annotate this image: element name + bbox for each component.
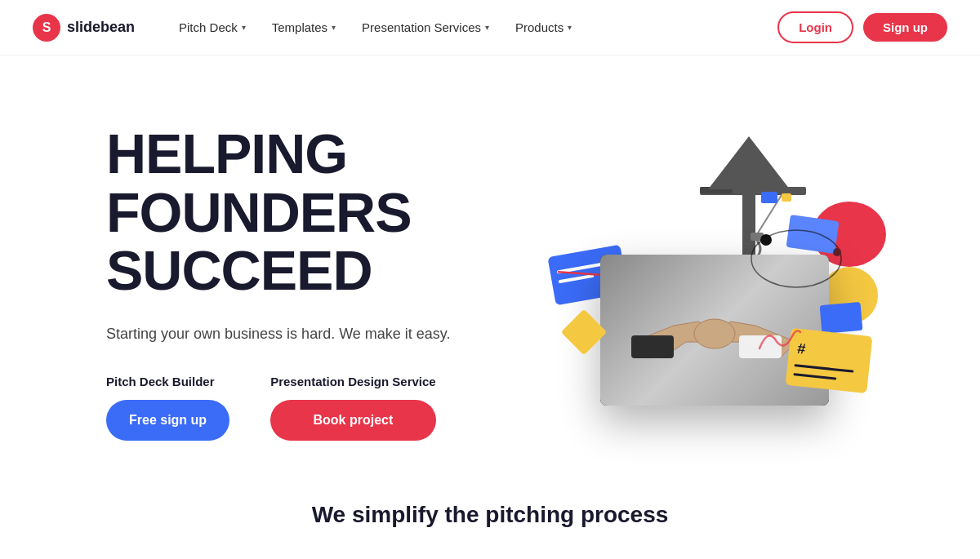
logo-icon: S <box>33 14 60 42</box>
svg-point-19 <box>751 230 841 287</box>
nav-item-templates[interactable]: Templates ▾ <box>261 14 347 41</box>
navigation: S slidebean Pitch Deck ▾ Templates ▾ Pre… <box>0 0 980 55</box>
hero-left: HELPING FOUNDERS SUCCEED Starting your o… <box>106 125 531 440</box>
squiggle-decoration <box>755 324 804 357</box>
hero-ctas: Pitch Deck Builder Free sign up Presenta… <box>106 375 531 441</box>
cta-left-label: Pitch Deck Builder <box>106 375 229 388</box>
svg-rect-8 <box>782 193 791 202</box>
cta-block-right: Presentation Design Service Book project <box>270 375 436 441</box>
chevron-down-icon: ▾ <box>332 23 336 32</box>
book-project-button[interactable]: Book project <box>270 400 436 441</box>
svg-marker-3 <box>708 136 790 189</box>
illustration-container: ♥ <box>543 136 886 430</box>
logo-text: slidebean <box>67 19 135 36</box>
svg-rect-7 <box>761 192 777 203</box>
logo[interactable]: S slidebean <box>33 14 135 42</box>
signup-button[interactable]: Sign up <box>863 13 947 42</box>
chevron-down-icon: ▾ <box>568 23 572 32</box>
svg-line-18 <box>795 374 835 378</box>
hero-illustration: ♥ <box>531 120 898 446</box>
nav-links: Pitch Deck ▾ Templates ▾ Presentation Se… <box>167 14 777 41</box>
small-blue-card <box>820 301 863 333</box>
bottom-teaser: We simplify the pitching process <box>0 494 980 536</box>
svg-point-20 <box>833 248 841 256</box>
nav-item-pitchdeck[interactable]: Pitch Deck ▾ <box>167 14 257 41</box>
free-signup-button[interactable]: Free sign up <box>106 400 229 441</box>
cta-right-label: Presentation Design Service <box>270 375 436 388</box>
nav-item-products[interactable]: Products ▾ <box>504 14 583 41</box>
hero-section: HELPING FOUNDERS SUCCEED Starting your o… <box>0 55 980 494</box>
hero-subheading: Starting your own business is hard. We m… <box>106 323 531 345</box>
svg-line-10 <box>560 276 592 282</box>
svg-rect-12 <box>631 335 674 358</box>
nav-actions: Login Sign up <box>777 11 947 43</box>
login-button[interactable]: Login <box>777 11 853 43</box>
chevron-down-icon: ▾ <box>242 23 246 32</box>
hero-heading: HELPING FOUNDERS SUCCEED <box>106 125 531 299</box>
svg-line-17 <box>795 365 853 370</box>
orbit-decoration <box>747 218 845 299</box>
nav-item-presentation-services[interactable]: Presentation Services ▾ <box>350 14 501 41</box>
cta-block-left: Pitch Deck Builder Free sign up <box>106 375 229 441</box>
chevron-down-icon: ▾ <box>485 23 489 32</box>
